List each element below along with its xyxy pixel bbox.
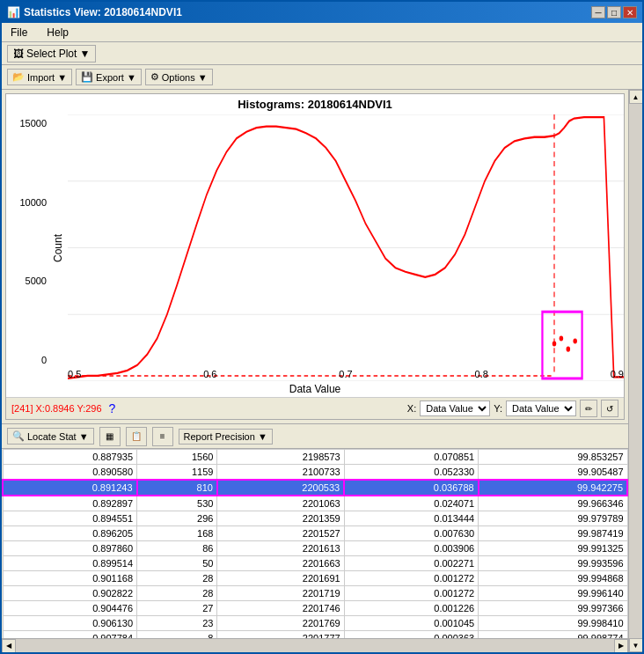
bottom-panel: 🔍 Locate Stat ▼ ▦ 📋 ≡ Report Precision ▼ [2, 423, 628, 652]
table-cell-col4: 0.001272 [344, 571, 479, 586]
coord-info: [241] X:0.8946 Y:296 [11, 403, 102, 414]
chart-container: 15000 10000 5000 0 Count [6, 114, 624, 381]
maximize-button[interactable]: □ [607, 6, 621, 18]
table-row[interactable]: 0.8995145022016630.00227199.993596 [3, 556, 627, 571]
table-cell-col5: 99.991325 [479, 541, 627, 556]
menu-file[interactable]: File [5, 25, 33, 40]
chart-plot[interactable]: 0.5 0.6 0.7 0.8 0.9 [68, 114, 624, 381]
table-cell-col3: 2201769 [217, 616, 344, 631]
x-tick-06: 0.6 [203, 369, 216, 379]
table-cell-col2: 28 [137, 586, 217, 601]
minimize-button[interactable]: ─ [591, 6, 605, 18]
refresh-icon-button[interactable]: ↺ [601, 400, 618, 417]
table-row[interactable]: 0.89289753022010630.02407199.966346 [3, 496, 627, 511]
report-precision-button[interactable]: Report Precision ▼ [179, 429, 273, 445]
table-row[interactable]: 0.9044762722017460.00122699.997366 [3, 601, 627, 616]
window-title: Statistics View: 20180614NDVI1 [24, 6, 182, 18]
title-bar-controls: ─ □ ✕ [591, 6, 637, 18]
table-cell-col5: 99.993596 [479, 556, 627, 571]
precision-dropdown-icon: ▼ [258, 431, 267, 442]
chart-footer: [241] X:0.8946 Y:296 ? X: Data Value Y: … [6, 397, 624, 419]
pencil-icon-button[interactable]: ✏ [580, 400, 597, 417]
table-view-button[interactable]: ▦ [99, 427, 121, 446]
table-row[interactable]: 0.89124381022005330.03678899.942275 [3, 480, 627, 496]
title-bar-left: 📊 Statistics View: 20180614NDVI1 [7, 6, 182, 18]
table-cell-col3: 2201527 [217, 526, 344, 541]
scroll-down-button[interactable]: ▼ [629, 638, 643, 652]
table-cell-col2: 28 [137, 571, 217, 586]
export-dropdown-icon: ▼ [127, 72, 136, 83]
scroll-right-button[interactable]: ▶ [614, 639, 628, 653]
menu-bar: File Help [2, 23, 642, 42]
import-button[interactable]: 📂 Import ▼ [7, 69, 72, 85]
y-axis-label: Count [48, 114, 68, 381]
histogram-svg [68, 114, 624, 381]
y-axis-select[interactable]: Data Value [506, 400, 576, 416]
scroll-up-button[interactable]: ▲ [629, 90, 643, 104]
select-plot-toolbar: 🖼 Select Plot ▼ [2, 42, 642, 65]
help-icon[interactable]: ? [109, 401, 116, 415]
table-cell-col1: 0.901168 [3, 571, 137, 586]
table-cell-col3: 2100733 [217, 465, 344, 481]
x-tick-08: 0.8 [475, 369, 488, 379]
table-row[interactable]: 0.8978608622016130.00390699.991325 [3, 541, 627, 556]
close-button[interactable]: ✕ [623, 6, 637, 18]
table-row[interactable]: 0.9011682822016910.00127299.994868 [3, 571, 627, 586]
table-row[interactable]: 0.907784822017770.00036399.998774 [3, 631, 627, 639]
table-cell-col5: 99.997366 [479, 601, 627, 616]
table-cell-col1: 0.894551 [3, 511, 137, 526]
table-cell-col1: 0.896205 [3, 526, 137, 541]
table-cell-col3: 2201691 [217, 571, 344, 586]
x-axis-select[interactable]: Data Value [420, 400, 490, 416]
options-dropdown-icon: ▼ [198, 72, 208, 83]
table-cell-col4: 0.052330 [344, 465, 479, 481]
svg-point-10 [567, 347, 571, 352]
table-cell-col3: 2201719 [217, 586, 344, 601]
table-cell-col3: 2198573 [217, 450, 344, 465]
chart-title: Histograms: 20180614NDVI1 [6, 94, 624, 114]
table-cell-col4: 0.036788 [344, 480, 479, 496]
table-cell-col3: 2201063 [217, 496, 344, 511]
table-cell-col3: 2201777 [217, 631, 344, 639]
table-cell-col2: 1560 [137, 450, 217, 465]
menu-help[interactable]: Help [41, 25, 74, 40]
vertical-scrollbar[interactable]: ▲ ▼ [628, 90, 642, 652]
table-cell-col1: 0.891243 [3, 480, 137, 496]
table-row[interactable]: 0.9061302322017690.00104599.998410 [3, 616, 627, 631]
chart-icon: 🖼 [13, 48, 24, 60]
table-cell-col2: 27 [137, 601, 217, 616]
select-plot-button[interactable]: 🖼 Select Plot ▼ [7, 45, 96, 62]
data-table-scroll[interactable]: 0.887935156021985730.07085199.8532570.89… [2, 449, 628, 638]
table-row[interactable]: 0.89455129622013590.01344499.979789 [3, 511, 627, 526]
table-row[interactable]: 0.887935156021985730.07085199.853257 [3, 450, 627, 465]
table-cell-col2: 50 [137, 556, 217, 571]
x-tick-07: 0.7 [339, 369, 352, 379]
list-view-button[interactable]: ≡ [152, 427, 173, 446]
locate-stat-button[interactable]: 🔍 Locate Stat ▼ [7, 428, 94, 445]
table-cell-col1: 0.906130 [3, 616, 137, 631]
table-cell-col3: 2201663 [217, 556, 344, 571]
table-cell-col4: 0.001226 [344, 601, 479, 616]
select-plot-label: Select Plot [26, 48, 77, 60]
table-cell-col5: 99.979789 [479, 511, 627, 526]
x-tick-05: 0.5 [68, 369, 81, 379]
export-label: Export [96, 72, 124, 83]
horizontal-scrollbar[interactable]: ◀ ▶ [2, 638, 628, 652]
import-icon: 📂 [12, 71, 25, 83]
table-cell-col5: 99.905487 [479, 465, 627, 481]
x-tick-09: 0.9 [611, 369, 624, 379]
table-cell-col3: 2201746 [217, 601, 344, 616]
options-button[interactable]: ⚙ Options ▼ [145, 69, 213, 85]
export-button[interactable]: 💾 Export ▼ [76, 69, 142, 85]
table-row[interactable]: 0.9028222822017190.00127299.996140 [3, 586, 627, 601]
export-icon: 💾 [81, 71, 93, 83]
axis-selectors: X: Data Value Y: Data Value ✏ ↺ [407, 400, 618, 417]
table-row[interactable]: 0.890580115921007330.05233099.905487 [3, 465, 627, 481]
svg-point-8 [553, 342, 557, 347]
copy-button[interactable]: 📋 [126, 427, 147, 446]
scroll-left-button[interactable]: ◀ [2, 639, 16, 653]
table-row[interactable]: 0.89620516822015270.00763099.987419 [3, 526, 627, 541]
x-axis-selector-label: X: [407, 403, 416, 414]
report-precision-label: Report Precision [184, 431, 255, 442]
dropdown-arrow-icon: ▼ [79, 48, 90, 60]
